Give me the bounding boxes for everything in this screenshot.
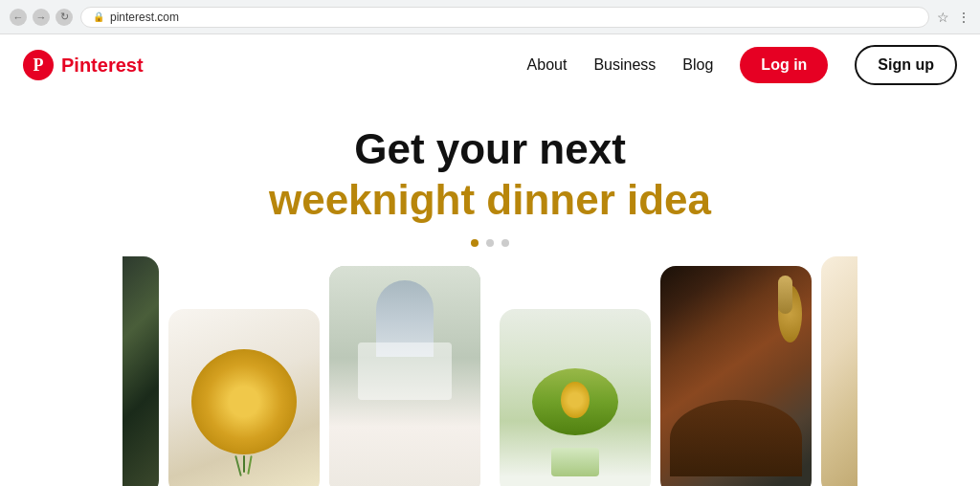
dot-1[interactable]	[471, 239, 479, 247]
lock-icon: 🔒	[93, 11, 104, 22]
image-strip-container	[0, 247, 980, 486]
nav-blog[interactable]: Blog	[682, 56, 713, 74]
nav-about[interactable]: About	[527, 56, 568, 74]
image-card-center-right	[500, 309, 651, 486]
forward-button[interactable]: →	[33, 9, 50, 26]
url-text: pinterest.com	[110, 11, 179, 24]
nav-business[interactable]: Business	[593, 56, 656, 74]
dot-2[interactable]	[486, 239, 494, 247]
image-card-right	[660, 266, 812, 486]
refresh-button[interactable]: ↻	[56, 9, 73, 26]
hero-title-line2: weeknight dinner idea	[0, 175, 980, 226]
carousel-dots	[0, 239, 980, 247]
star-icon[interactable]: ☆	[937, 10, 949, 25]
address-bar[interactable]: 🔒 pinterest.com	[80, 7, 929, 28]
navbar: P Pinterest About Business Blog Log in S…	[0, 34, 980, 96]
brand-name: Pinterest	[61, 55, 144, 77]
back-button[interactable]: ←	[10, 9, 27, 26]
dot-3[interactable]	[501, 239, 509, 247]
pinterest-page: P Pinterest About Business Blog Log in S…	[0, 34, 980, 486]
signup-button[interactable]: Sign up	[855, 45, 957, 85]
image-strip	[0, 256, 980, 486]
browser-controls: ← → ↻	[10, 9, 73, 26]
pinterest-p-icon: P	[23, 50, 54, 80]
hero-title-line1: Get your next	[0, 124, 980, 175]
hero-section: Get your next weeknight dinner idea	[0, 96, 980, 247]
logo[interactable]: P Pinterest	[23, 50, 144, 80]
image-card-left	[168, 309, 320, 486]
login-button[interactable]: Log in	[740, 47, 828, 83]
browser-extras: ☆ ⋮	[937, 10, 970, 25]
image-card-far-left	[122, 256, 159, 486]
menu-icon[interactable]: ⋮	[957, 10, 970, 25]
image-card-far-right	[821, 256, 858, 486]
browser-chrome: ← → ↻ 🔒 pinterest.com ☆ ⋮	[0, 0, 980, 34]
navbar-links: About Business Blog Log in Sign up	[527, 45, 957, 85]
image-card-center-left	[329, 266, 480, 486]
